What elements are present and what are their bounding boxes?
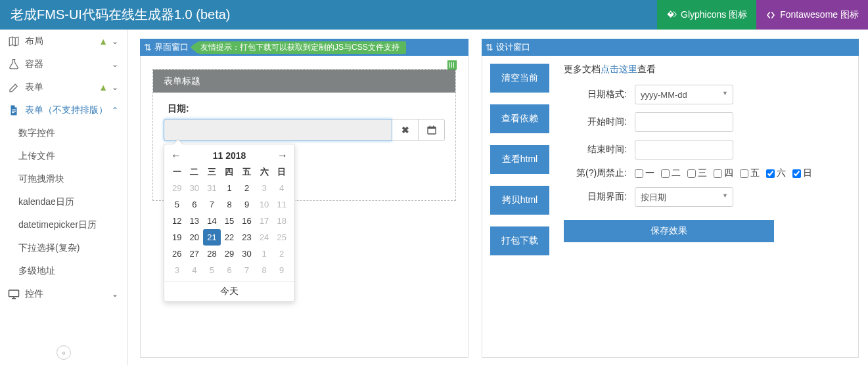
calendar-day[interactable]: 1	[256, 246, 273, 262]
date-label: 日期:	[164, 100, 445, 119]
action-button[interactable]: 打包下载	[490, 226, 549, 255]
checkbox-input[interactable]	[766, 169, 775, 178]
week-checkbox[interactable]: 六	[766, 167, 786, 179]
date-input[interactable]	[164, 119, 392, 141]
end-time-input[interactable]	[635, 140, 733, 160]
calendar-day[interactable]: 30	[238, 246, 256, 262]
calendar-day[interactable]: 28	[203, 246, 221, 262]
save-button[interactable]: 保存效果	[564, 220, 774, 242]
calendar-day[interactable]: 24	[256, 229, 273, 246]
checkbox-input[interactable]	[714, 169, 722, 178]
sidebar-item-controls[interactable]: 控件 ⌄	[0, 282, 127, 305]
calendar-day[interactable]: 8	[221, 196, 239, 213]
calendar-day[interactable]: 27	[186, 246, 204, 262]
calendar-day[interactable]: 22	[221, 229, 239, 246]
next-month-button[interactable]: →	[277, 150, 288, 161]
calendar-day[interactable]: 9	[238, 196, 256, 213]
calendar-day[interactable]: 7	[203, 196, 221, 213]
calendar-day[interactable]: 6	[186, 196, 204, 213]
calendar-day[interactable]: 31	[203, 180, 221, 196]
calendar-day[interactable]: 23	[238, 229, 256, 246]
calendar-day[interactable]: 2	[273, 246, 290, 262]
calendar-day[interactable]: 17	[256, 213, 273, 229]
today-button[interactable]: 今天	[164, 281, 294, 301]
glyphicons-button[interactable]: Glyphicons 图标	[657, 0, 756, 30]
calendar-day[interactable]: 25	[273, 229, 290, 246]
start-time-input[interactable]	[635, 112, 733, 132]
calendar-day[interactable]: 9	[273, 262, 290, 278]
calendar-day[interactable]: 4	[273, 180, 290, 196]
sidebar-subitem[interactable]: 多级地址	[0, 259, 127, 282]
form-card-title: 表单标题	[153, 70, 455, 93]
calendar-day[interactable]: 2	[238, 180, 256, 196]
calendar-day[interactable]: 10	[256, 196, 273, 213]
calendar-day[interactable]: 12	[168, 213, 186, 229]
calendar-day[interactable]: 19	[168, 229, 186, 246]
calendar-day[interactable]: 4	[186, 262, 204, 278]
week-checkbox[interactable]: 五	[740, 167, 760, 179]
calendar-day[interactable]: 13	[186, 213, 204, 229]
calendar-day[interactable]: 29	[221, 246, 239, 262]
resize-handle[interactable]	[447, 60, 457, 70]
prev-month-button[interactable]: ←	[171, 150, 181, 161]
calendar-day[interactable]: 30	[186, 180, 204, 196]
calendar-day[interactable]: 21	[203, 229, 221, 246]
calendar-day[interactable]: 3	[256, 180, 273, 196]
action-button[interactable]: 查看html	[490, 145, 549, 174]
calendar-month-title[interactable]: 11 2018	[213, 150, 246, 161]
checkbox-input[interactable]	[635, 169, 643, 178]
ui-window-header: ⇅ 界面窗口 友情提示：打包下载可以获取到定制的JS与CSS文件支持	[140, 39, 468, 56]
action-button[interactable]: 查看依赖	[490, 104, 549, 133]
action-button[interactable]: 清空当前	[490, 64, 549, 93]
calendar-day[interactable]: 18	[273, 213, 290, 229]
drag-handle-icon[interactable]: ⇅	[144, 42, 149, 53]
checkbox-input[interactable]	[687, 169, 696, 178]
sidebar-item[interactable]: 表单▲⌄	[0, 75, 127, 98]
checkbox-input[interactable]	[661, 169, 670, 178]
action-button[interactable]: 拷贝html	[490, 186, 549, 215]
date-format-select[interactable]: yyyy-MM-dd	[635, 85, 733, 104]
calendar-day[interactable]: 6	[221, 262, 239, 278]
svg-rect-3	[9, 290, 19, 297]
sidebar-subitem[interactable]: 下拉选择(复杂)	[0, 236, 127, 259]
checkbox-input[interactable]	[792, 169, 801, 178]
sidebar-item-label: 布局	[21, 35, 99, 47]
calendar-day[interactable]: 16	[238, 213, 256, 229]
calendar-day[interactable]: 26	[168, 246, 186, 262]
calendar-button[interactable]	[419, 119, 445, 141]
drag-handle-icon[interactable]: ⇅	[486, 42, 491, 53]
sidebar-subitem[interactable]: 上传文件	[0, 144, 127, 167]
sidebar-item[interactable]: 表单（不支持排版）⌃	[0, 98, 127, 121]
week-checkbox[interactable]: 一	[635, 167, 654, 179]
sidebar-subitem[interactable]: datetimepicker日历	[0, 213, 127, 236]
form-card: 表单标题 日期: ✖	[152, 69, 456, 201]
calendar-day[interactable]: 15	[221, 213, 239, 229]
date-ui-select[interactable]: 按日期	[635, 187, 733, 207]
calendar-day[interactable]: 7	[238, 262, 256, 278]
week-checkbox[interactable]: 二	[661, 167, 681, 179]
checkbox-input[interactable]	[740, 169, 748, 178]
week-checkbox[interactable]: 三	[687, 167, 707, 179]
calendar-day[interactable]: 3	[168, 262, 186, 278]
calendar-day[interactable]: 20	[186, 229, 204, 246]
sidebar-item-label: 容器	[21, 58, 112, 70]
clear-button[interactable]: ✖	[392, 119, 419, 141]
sidebar-subitem[interactable]: kalendae日历	[0, 190, 127, 213]
sidebar-item[interactable]: 布局▲⌄	[0, 30, 127, 53]
fontawesome-button[interactable]: Fontawesome 图标	[756, 0, 868, 30]
week-checkbox[interactable]: 日	[792, 167, 812, 179]
docs-link[interactable]: 点击这里	[601, 64, 637, 74]
calendar-day[interactable]: 14	[203, 213, 221, 229]
sidebar-subitem[interactable]: 数字控件	[0, 121, 127, 144]
calendar-day[interactable]: 5	[168, 196, 186, 213]
calendar-day[interactable]: 5	[203, 262, 221, 278]
sidebar-collapse-button[interactable]: «	[57, 345, 71, 360]
calendar-day[interactable]: 11	[273, 196, 290, 213]
sidebar-subitem[interactable]: 可拖拽滑块	[0, 167, 127, 190]
week-checkbox[interactable]: 四	[714, 167, 733, 179]
calendar-day[interactable]: 1	[221, 180, 239, 196]
calendar-day[interactable]: 29	[168, 180, 186, 196]
sidebar-item[interactable]: 容器⌄	[0, 53, 127, 75]
chevron-left-icon: «	[62, 349, 66, 356]
calendar-day[interactable]: 8	[256, 262, 273, 278]
